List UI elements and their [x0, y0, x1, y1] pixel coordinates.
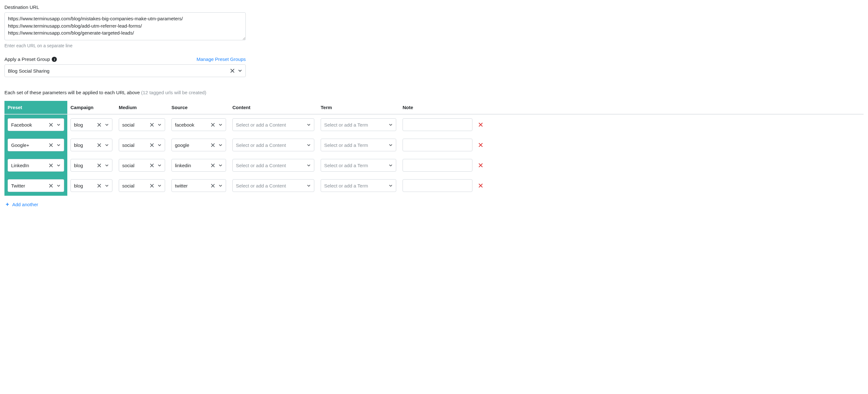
chevron-down-icon[interactable] [388, 142, 393, 148]
close-icon[interactable] [149, 183, 155, 189]
content-select[interactable]: Select or add a Content [232, 159, 314, 172]
source-select[interactable]: google [172, 139, 226, 151]
close-icon[interactable] [96, 142, 102, 148]
chevron-down-icon[interactable] [306, 183, 311, 189]
column-header-medium: Medium [116, 101, 168, 114]
chevron-down-icon[interactable] [237, 68, 243, 74]
chevron-down-icon[interactable] [306, 122, 311, 128]
table-row: Facebook blog social facebook [4, 114, 864, 135]
chevron-down-icon[interactable] [306, 162, 311, 168]
chevron-down-icon[interactable] [388, 183, 393, 189]
content-value: Select or add a Content [236, 163, 306, 168]
chevron-down-icon[interactable] [157, 162, 162, 168]
chevron-down-icon[interactable] [104, 162, 110, 168]
close-icon[interactable] [210, 183, 216, 189]
column-header-term: Term [317, 101, 399, 114]
close-icon[interactable] [96, 183, 102, 189]
campaign-value: blog [74, 163, 96, 168]
table-row: Twitter blog social twitter [4, 175, 864, 196]
destination-url-textarea[interactable] [4, 12, 246, 40]
source-value: twitter [175, 183, 210, 189]
term-select[interactable]: Select or add a Term [321, 179, 396, 192]
close-icon[interactable] [210, 142, 216, 148]
destination-url-label: Destination URL [4, 4, 246, 10]
campaign-value: blog [74, 122, 96, 128]
close-icon[interactable] [48, 162, 54, 168]
chevron-down-icon[interactable] [306, 142, 311, 148]
source-select[interactable]: twitter [172, 179, 226, 192]
content-select[interactable]: Select or add a Content [232, 139, 314, 151]
close-icon[interactable] [48, 122, 54, 128]
preset-select[interactable]: Twitter [8, 179, 64, 192]
term-select[interactable]: Select or add a Term [321, 139, 396, 151]
chevron-down-icon[interactable] [217, 142, 223, 148]
preset-select[interactable]: Facebook [8, 118, 64, 131]
note-input[interactable] [403, 118, 472, 131]
chevron-down-icon[interactable] [56, 183, 61, 189]
close-icon[interactable] [210, 162, 216, 168]
chevron-down-icon[interactable] [104, 122, 110, 128]
chevron-down-icon[interactable] [157, 183, 162, 189]
source-value: google [175, 142, 210, 148]
preset-value: Twitter [11, 183, 48, 189]
close-icon[interactable] [149, 122, 155, 128]
note-input[interactable] [403, 159, 472, 172]
chevron-down-icon[interactable] [157, 122, 162, 128]
source-select[interactable]: linkedin [172, 159, 226, 172]
close-icon[interactable] [149, 142, 155, 148]
medium-select[interactable]: social [119, 118, 165, 131]
delete-row-button[interactable] [475, 139, 485, 151]
add-another-label: Add another [12, 202, 38, 207]
term-value: Select or add a Term [324, 183, 388, 189]
chevron-down-icon[interactable] [388, 162, 393, 168]
content-value: Select or add a Content [236, 183, 306, 189]
note-input[interactable] [403, 139, 472, 151]
preset-select[interactable]: Google+ [8, 139, 64, 151]
add-another-button[interactable]: + Add another [4, 201, 38, 207]
term-select[interactable]: Select or add a Term [321, 159, 396, 172]
campaign-value: blog [74, 142, 96, 148]
close-icon[interactable] [96, 162, 102, 168]
chevron-down-icon[interactable] [56, 122, 61, 128]
term-value: Select or add a Term [324, 122, 388, 128]
params-intro-count: (12 tagged urls will be created) [141, 90, 206, 95]
note-input[interactable] [403, 179, 472, 192]
campaign-select[interactable]: blog [70, 139, 113, 151]
medium-select[interactable]: social [119, 159, 165, 172]
preset-select[interactable]: LinkedIn [8, 159, 64, 172]
chevron-down-icon[interactable] [104, 142, 110, 148]
chevron-down-icon[interactable] [157, 142, 162, 148]
preset-group-select[interactable]: Blog Social Sharing [4, 64, 246, 77]
chevron-down-icon[interactable] [388, 122, 393, 128]
info-icon[interactable]: i [52, 57, 57, 62]
chevron-down-icon[interactable] [217, 122, 223, 128]
term-select[interactable]: Select or add a Term [321, 118, 396, 131]
chevron-down-icon[interactable] [56, 142, 61, 148]
close-icon[interactable] [48, 183, 54, 189]
chevron-down-icon[interactable] [56, 162, 61, 168]
delete-row-button[interactable] [475, 180, 485, 191]
column-header-content: Content [229, 101, 317, 114]
manage-preset-groups-link[interactable]: Manage Preset Groups [196, 57, 246, 62]
close-icon[interactable] [48, 142, 54, 148]
content-select[interactable]: Select or add a Content [232, 118, 314, 131]
close-icon[interactable] [96, 122, 102, 128]
close-icon[interactable] [229, 68, 235, 74]
table-row: Google+ blog social google [4, 135, 864, 155]
source-value: facebook [175, 122, 210, 128]
chevron-down-icon[interactable] [217, 183, 223, 189]
content-select[interactable]: Select or add a Content [232, 179, 314, 192]
campaign-select[interactable]: blog [70, 159, 113, 172]
delete-row-button[interactable] [475, 119, 485, 130]
chevron-down-icon[interactable] [217, 162, 223, 168]
chevron-down-icon[interactable] [104, 183, 110, 189]
medium-select[interactable]: social [119, 179, 165, 192]
close-icon[interactable] [210, 122, 216, 128]
delete-row-button[interactable] [475, 160, 485, 171]
campaign-select[interactable]: blog [70, 118, 113, 131]
column-header-actions [475, 104, 485, 111]
campaign-select[interactable]: blog [70, 179, 113, 192]
close-icon[interactable] [149, 162, 155, 168]
medium-select[interactable]: social [119, 139, 165, 151]
source-select[interactable]: facebook [172, 118, 226, 131]
